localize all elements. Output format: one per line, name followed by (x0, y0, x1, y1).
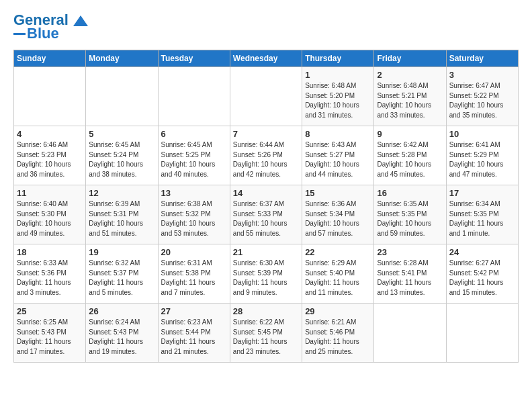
header-cell-wednesday: Wednesday (230, 50, 302, 67)
day-info: Sunrise: 6:22 AM Sunset: 5:45 PM Dayligh… (233, 318, 299, 357)
day-number: 7 (233, 129, 299, 139)
day-info: Sunrise: 6:40 AM Sunset: 5:30 PM Dayligh… (17, 199, 83, 238)
day-info: Sunrise: 6:32 AM Sunset: 5:37 PM Dayligh… (89, 259, 154, 298)
day-info: Sunrise: 6:39 AM Sunset: 5:31 PM Dayligh… (89, 199, 154, 238)
day-number: 2 (377, 70, 443, 80)
day-cell (374, 304, 446, 363)
day-number: 3 (449, 70, 515, 80)
day-cell: 19Sunrise: 6:32 AM Sunset: 5:37 PM Dayli… (86, 244, 158, 304)
week-row-1: 1Sunrise: 6:48 AM Sunset: 5:20 PM Daylig… (14, 67, 519, 126)
calendar-table: SundayMondayTuesdayWednesdayThursdayFrid… (13, 50, 519, 363)
day-cell: 2Sunrise: 6:48 AM Sunset: 5:21 PM Daylig… (374, 67, 446, 126)
day-number: 28 (233, 306, 299, 316)
week-row-2: 4Sunrise: 6:46 AM Sunset: 5:23 PM Daylig… (14, 126, 519, 185)
day-number: 1 (305, 70, 371, 80)
day-cell: 8Sunrise: 6:43 AM Sunset: 5:27 PM Daylig… (302, 126, 374, 185)
calendar-body: 1Sunrise: 6:48 AM Sunset: 5:20 PM Daylig… (14, 67, 519, 363)
header-cell-thursday: Thursday (302, 50, 374, 67)
day-number: 9 (377, 129, 443, 139)
day-number: 18 (17, 247, 83, 257)
day-cell: 7Sunrise: 6:44 AM Sunset: 5:26 PM Daylig… (230, 126, 302, 185)
day-cell: 29Sunrise: 6:21 AM Sunset: 5:46 PM Dayli… (302, 304, 374, 363)
day-cell: 24Sunrise: 6:27 AM Sunset: 5:42 PM Dayli… (446, 244, 518, 304)
day-info: Sunrise: 6:45 AM Sunset: 5:24 PM Dayligh… (89, 140, 154, 179)
day-number: 4 (17, 129, 83, 139)
day-cell: 10Sunrise: 6:41 AM Sunset: 5:29 PM Dayli… (446, 126, 518, 185)
day-number: 14 (233, 188, 299, 198)
day-cell: 22Sunrise: 6:29 AM Sunset: 5:40 PM Dayli… (302, 244, 374, 304)
day-info: Sunrise: 6:46 AM Sunset: 5:23 PM Dayligh… (17, 140, 83, 179)
day-number: 20 (161, 247, 227, 257)
day-info: Sunrise: 6:28 AM Sunset: 5:41 PM Dayligh… (377, 259, 443, 298)
day-number: 13 (161, 188, 227, 198)
day-number: 8 (305, 129, 371, 139)
day-cell: 1Sunrise: 6:48 AM Sunset: 5:20 PM Daylig… (302, 67, 374, 126)
day-number: 15 (305, 188, 371, 198)
day-info: Sunrise: 6:41 AM Sunset: 5:29 PM Dayligh… (449, 140, 515, 179)
day-number: 19 (89, 247, 154, 257)
header-cell-tuesday: Tuesday (158, 50, 230, 67)
day-cell: 5Sunrise: 6:45 AM Sunset: 5:24 PM Daylig… (86, 126, 158, 185)
day-cell: 21Sunrise: 6:30 AM Sunset: 5:39 PM Dayli… (230, 244, 302, 304)
day-cell: 3Sunrise: 6:47 AM Sunset: 5:22 PM Daylig… (446, 67, 518, 126)
day-info: Sunrise: 6:23 AM Sunset: 5:44 PM Dayligh… (161, 318, 227, 357)
day-info: Sunrise: 6:37 AM Sunset: 5:33 PM Dayligh… (233, 199, 299, 238)
day-info: Sunrise: 6:45 AM Sunset: 5:25 PM Dayligh… (161, 140, 227, 179)
day-number: 5 (89, 129, 154, 139)
day-number: 29 (305, 306, 371, 316)
day-info: Sunrise: 6:27 AM Sunset: 5:42 PM Dayligh… (449, 259, 515, 298)
day-info: Sunrise: 6:43 AM Sunset: 5:27 PM Dayligh… (305, 140, 371, 179)
day-number: 23 (377, 247, 443, 257)
header-cell-monday: Monday (86, 50, 158, 67)
day-cell: 11Sunrise: 6:40 AM Sunset: 5:30 PM Dayli… (14, 185, 86, 244)
day-info: Sunrise: 6:48 AM Sunset: 5:21 PM Dayligh… (377, 81, 443, 120)
day-cell: 9Sunrise: 6:42 AM Sunset: 5:28 PM Daylig… (374, 126, 446, 185)
day-info: Sunrise: 6:29 AM Sunset: 5:40 PM Dayligh… (305, 259, 371, 298)
day-number: 27 (161, 306, 227, 316)
day-info: Sunrise: 6:38 AM Sunset: 5:32 PM Dayligh… (161, 199, 227, 238)
day-cell (86, 67, 158, 126)
day-number: 22 (305, 247, 371, 257)
day-number: 16 (377, 188, 443, 198)
day-cell: 17Sunrise: 6:34 AM Sunset: 5:35 PM Dayli… (446, 185, 518, 244)
day-info: Sunrise: 6:48 AM Sunset: 5:20 PM Dayligh… (305, 81, 371, 120)
day-number: 24 (449, 247, 515, 257)
day-info: Sunrise: 6:21 AM Sunset: 5:46 PM Dayligh… (305, 318, 371, 357)
week-row-4: 18Sunrise: 6:33 AM Sunset: 5:36 PM Dayli… (14, 244, 519, 304)
day-cell: 20Sunrise: 6:31 AM Sunset: 5:38 PM Dayli… (158, 244, 230, 304)
header-cell-sunday: Sunday (14, 50, 86, 67)
day-cell (230, 67, 302, 126)
day-cell: 23Sunrise: 6:28 AM Sunset: 5:41 PM Dayli… (374, 244, 446, 304)
day-cell (446, 304, 518, 363)
day-info: Sunrise: 6:33 AM Sunset: 5:36 PM Dayligh… (17, 259, 83, 298)
day-number: 10 (449, 129, 515, 139)
week-row-3: 11Sunrise: 6:40 AM Sunset: 5:30 PM Dayli… (14, 185, 519, 244)
day-number: 26 (89, 306, 154, 316)
logo-icon (73, 15, 88, 26)
day-info: Sunrise: 6:30 AM Sunset: 5:39 PM Dayligh… (233, 259, 299, 298)
day-number: 25 (17, 306, 83, 316)
day-cell (14, 67, 86, 126)
day-cell: 26Sunrise: 6:24 AM Sunset: 5:43 PM Dayli… (86, 304, 158, 363)
day-info: Sunrise: 6:35 AM Sunset: 5:35 PM Dayligh… (377, 199, 443, 238)
day-info: Sunrise: 6:24 AM Sunset: 5:43 PM Dayligh… (89, 318, 154, 357)
day-info: Sunrise: 6:44 AM Sunset: 5:26 PM Dayligh… (233, 140, 299, 179)
day-cell: 27Sunrise: 6:23 AM Sunset: 5:44 PM Dayli… (158, 304, 230, 363)
day-cell: 28Sunrise: 6:22 AM Sunset: 5:45 PM Dayli… (230, 304, 302, 363)
day-cell: 12Sunrise: 6:39 AM Sunset: 5:31 PM Dayli… (86, 185, 158, 244)
day-cell: 14Sunrise: 6:37 AM Sunset: 5:33 PM Dayli… (230, 185, 302, 244)
svg-marker-0 (73, 15, 88, 26)
day-cell: 18Sunrise: 6:33 AM Sunset: 5:36 PM Dayli… (14, 244, 86, 304)
day-number: 11 (17, 188, 83, 198)
page: General Blue SundayMondayTuesdayWednesda… (0, 0, 532, 369)
day-cell: 25Sunrise: 6:25 AM Sunset: 5:43 PM Dayli… (14, 304, 86, 363)
day-number: 6 (161, 129, 227, 139)
week-row-5: 25Sunrise: 6:25 AM Sunset: 5:43 PM Dayli… (14, 304, 519, 363)
header: General Blue (13, 12, 519, 42)
day-cell: 13Sunrise: 6:38 AM Sunset: 5:32 PM Dayli… (158, 185, 230, 244)
day-info: Sunrise: 6:34 AM Sunset: 5:35 PM Dayligh… (449, 199, 515, 238)
day-cell: 15Sunrise: 6:36 AM Sunset: 5:34 PM Dayli… (302, 185, 374, 244)
day-number: 12 (89, 188, 154, 198)
header-cell-friday: Friday (374, 50, 446, 67)
day-cell: 4Sunrise: 6:46 AM Sunset: 5:23 PM Daylig… (14, 126, 86, 185)
